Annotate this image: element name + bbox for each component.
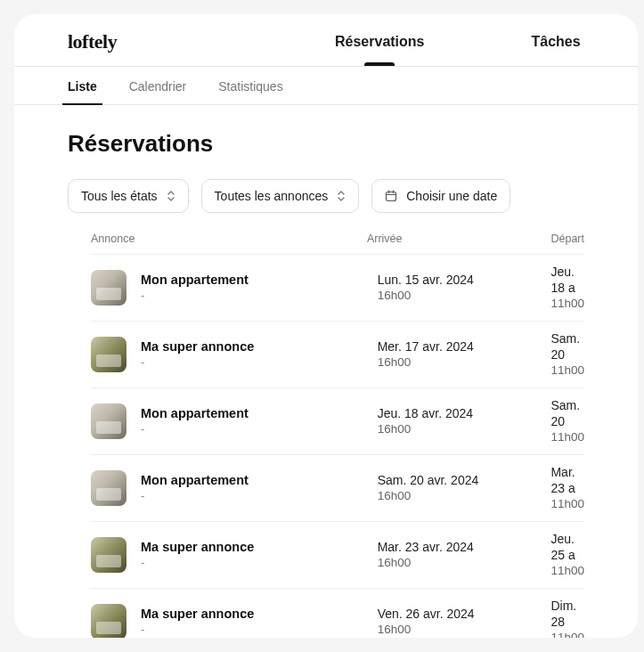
table-row[interactable]: Ma super annonce-Ven. 26 avr. 202416h00D… bbox=[91, 588, 584, 638]
cell-listing: Mon appartement- bbox=[141, 405, 378, 437]
cell-arrival: Lun. 15 avr. 202416h00 bbox=[378, 272, 551, 304]
table-row[interactable]: Mon appartement-Jeu. 18 avr. 202416h00Sa… bbox=[91, 387, 584, 454]
arrival-date: Ven. 26 avr. 2024 bbox=[378, 606, 551, 622]
departure-date: Jeu. 25 a bbox=[550, 531, 584, 563]
arrival-date: Mer. 17 avr. 2024 bbox=[378, 338, 551, 355]
table-row[interactable]: Mon appartement-Lun. 15 avr. 202416h00Je… bbox=[91, 254, 584, 321]
cell-arrival: Sam. 20 avr. 202416h00 bbox=[378, 472, 551, 504]
departure-time: 11h00 bbox=[550, 630, 584, 638]
filter-date-label: Choisir une date bbox=[406, 189, 497, 203]
arrival-time: 16h00 bbox=[378, 421, 551, 437]
cell-departure: Sam. 2011h00 bbox=[550, 330, 584, 379]
cell-arrival: Mer. 17 avr. 202416h00 bbox=[378, 338, 551, 371]
main-nav: Réservations Tâches bbox=[335, 34, 581, 50]
tab-stats[interactable]: Statistiques bbox=[218, 67, 282, 104]
departure-date: Mar. 23 a bbox=[550, 464, 584, 496]
table-row[interactable]: Ma super annonce-Mar. 23 avr. 202416h00J… bbox=[91, 521, 584, 588]
filters: Tous les états Toutes les annonces Chois… bbox=[68, 179, 584, 213]
table-header: Annonce Arrivée Départ bbox=[68, 232, 584, 254]
tab-list[interactable]: Liste bbox=[68, 67, 97, 104]
col-listing: Annonce bbox=[91, 232, 367, 245]
page-title: Réservations bbox=[68, 130, 584, 158]
departure-date: Jeu. 18 a bbox=[550, 264, 584, 296]
listing-subtitle: - bbox=[141, 289, 378, 304]
listing-thumbnail bbox=[91, 470, 126, 506]
cell-listing: Ma super annonce- bbox=[141, 606, 378, 638]
filter-listings-label: Toutes les annonces bbox=[215, 189, 329, 203]
cell-departure: Jeu. 18 a11h00 bbox=[550, 264, 584, 312]
sort-icon bbox=[167, 190, 175, 202]
cell-listing: Mon appartement- bbox=[141, 272, 378, 304]
filter-date[interactable]: Choisir une date bbox=[371, 179, 510, 213]
departure-time: 11h00 bbox=[550, 296, 584, 312]
listing-thumbnail bbox=[91, 537, 126, 573]
filter-status[interactable]: Tous les états bbox=[68, 179, 189, 213]
listing-subtitle: - bbox=[141, 556, 378, 571]
table-row[interactable]: Mon appartement-Sam. 20 avr. 202416h00Ma… bbox=[91, 454, 584, 521]
topbar: loftely Réservations Tâches bbox=[14, 14, 638, 67]
listing-thumbnail bbox=[91, 604, 126, 638]
departure-date: Sam. 20 bbox=[550, 397, 584, 429]
listing-subtitle: - bbox=[141, 355, 378, 371]
arrival-time: 16h00 bbox=[378, 288, 551, 304]
arrival-date: Jeu. 18 avr. 2024 bbox=[378, 405, 551, 421]
col-arrival: Arrivée bbox=[367, 232, 551, 245]
departure-time: 11h00 bbox=[550, 563, 584, 579]
calendar-icon bbox=[385, 190, 397, 202]
listing-name: Mon appartement bbox=[141, 405, 378, 422]
departure-date: Sam. 20 bbox=[550, 330, 584, 363]
cell-departure: Mar. 23 a11h00 bbox=[550, 464, 584, 512]
listing-subtitle: - bbox=[141, 422, 378, 437]
departure-time: 11h00 bbox=[550, 496, 584, 512]
arrival-time: 16h00 bbox=[378, 355, 551, 371]
cell-departure: Jeu. 25 a11h00 bbox=[550, 531, 584, 579]
listing-name: Mon appartement bbox=[141, 472, 378, 489]
listing-subtitle: - bbox=[141, 489, 378, 504]
listing-thumbnail bbox=[91, 270, 126, 306]
listing-name: Ma super annonce bbox=[141, 606, 378, 623]
listing-name: Ma super annonce bbox=[141, 338, 378, 355]
listing-thumbnail bbox=[91, 337, 126, 372]
tab-calendar[interactable]: Calendrier bbox=[129, 67, 187, 104]
departure-date: Dim. 28 bbox=[550, 598, 584, 630]
arrival-date: Mar. 23 avr. 2024 bbox=[378, 539, 551, 555]
listing-name: Mon appartement bbox=[141, 272, 378, 289]
cell-listing: Mon appartement- bbox=[141, 472, 378, 504]
svg-rect-0 bbox=[387, 192, 396, 201]
listing-name: Ma super annonce bbox=[141, 539, 378, 556]
arrival-date: Sam. 20 avr. 2024 bbox=[378, 472, 551, 488]
cell-arrival: Ven. 26 avr. 202416h00 bbox=[378, 606, 551, 638]
listing-thumbnail bbox=[91, 403, 126, 439]
cell-listing: Ma super annonce- bbox=[141, 338, 378, 371]
cell-listing: Ma super annonce- bbox=[141, 539, 378, 571]
cell-departure: Sam. 2011h00 bbox=[550, 397, 584, 445]
arrival-time: 16h00 bbox=[378, 555, 551, 571]
departure-time: 11h00 bbox=[550, 429, 584, 445]
filter-listings[interactable]: Toutes les annonces bbox=[201, 179, 360, 213]
departure-time: 11h00 bbox=[550, 363, 584, 379]
content: Réservations Tous les états Toutes les a… bbox=[14, 105, 638, 638]
arrival-time: 16h00 bbox=[378, 488, 551, 504]
cell-arrival: Mar. 23 avr. 202416h00 bbox=[378, 539, 551, 571]
sort-icon bbox=[337, 190, 346, 202]
filter-status-label: Tous les états bbox=[81, 189, 158, 203]
subnav: Liste Calendrier Statistiques bbox=[14, 67, 638, 105]
arrival-date: Lun. 15 avr. 2024 bbox=[378, 272, 551, 288]
table-body: Mon appartement-Lun. 15 avr. 202416h00Je… bbox=[68, 254, 584, 638]
table-row[interactable]: Ma super annonce-Mer. 17 avr. 202416h00S… bbox=[91, 321, 584, 387]
nav-tasks[interactable]: Tâches bbox=[532, 34, 581, 50]
nav-reservations[interactable]: Réservations bbox=[335, 34, 425, 50]
logo: loftely bbox=[68, 30, 117, 53]
cell-arrival: Jeu. 18 avr. 202416h00 bbox=[378, 405, 551, 437]
arrival-time: 16h00 bbox=[378, 622, 551, 638]
cell-departure: Dim. 2811h00 bbox=[550, 598, 584, 638]
app-window: loftely Réservations Tâches Liste Calend… bbox=[14, 14, 638, 638]
listing-subtitle: - bbox=[141, 623, 378, 638]
col-departure: Départ bbox=[550, 232, 584, 245]
